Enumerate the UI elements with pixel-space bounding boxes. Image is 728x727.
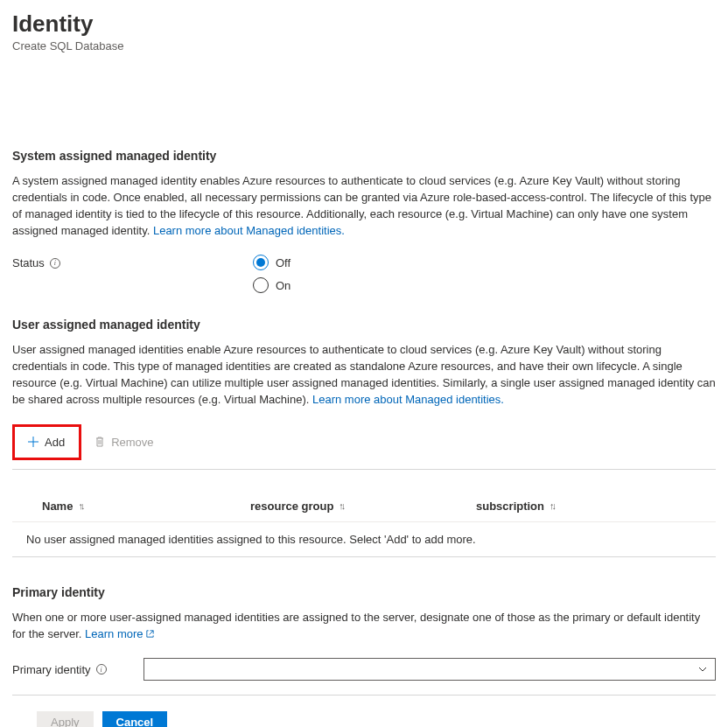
page-subtitle: Create SQL Database <box>12 39 716 52</box>
trash-icon <box>94 436 106 448</box>
identities-table: Name↑↓ resource group↑↓ subscription↑↓ N… <box>12 493 716 557</box>
radio-unchecked-icon <box>253 277 269 293</box>
table-header: Name↑↓ resource group↑↓ subscription↑↓ <box>12 493 716 522</box>
system-identity-description: A system assigned managed identity enabl… <box>12 173 716 239</box>
status-radio-group: Off On <box>253 255 290 293</box>
add-button[interactable]: Add <box>20 432 72 452</box>
remove-button: Remove <box>87 432 160 452</box>
apply-button: Apply <box>37 711 94 727</box>
primary-identity-heading: Primary identity <box>12 585 716 599</box>
add-button-highlight: Add <box>12 424 81 460</box>
user-learn-more-link[interactable]: Learn more about Managed identities. <box>312 393 504 406</box>
table-empty-message: No user assigned managed identities assi… <box>12 522 716 556</box>
primary-learn-more-link[interactable]: Learn more <box>85 627 154 640</box>
system-learn-more-link[interactable]: Learn more about Managed identities. <box>153 224 345 237</box>
status-label: Status i <box>12 255 253 269</box>
sort-icon: ↑↓ <box>550 500 554 511</box>
status-off-radio[interactable]: Off <box>253 255 290 270</box>
identity-toolbar: Add Remove <box>12 424 716 470</box>
chevron-down-icon <box>697 664 708 675</box>
page-title: Identity <box>12 10 716 38</box>
plus-icon <box>27 436 39 448</box>
primary-identity-select[interactable] <box>144 658 716 681</box>
sort-icon: ↑↓ <box>339 500 343 511</box>
info-icon[interactable]: i <box>96 664 107 675</box>
primary-identity-label: Primary identity i <box>12 663 144 676</box>
info-icon[interactable]: i <box>50 258 60 269</box>
column-name[interactable]: Name↑↓ <box>42 500 250 513</box>
sort-icon: ↑↓ <box>78 500 82 511</box>
user-identity-heading: User assigned managed identity <box>12 318 716 332</box>
user-identity-description: User assigned managed identities enable … <box>12 342 716 408</box>
radio-checked-icon <box>253 255 269 270</box>
status-on-radio[interactable]: On <box>253 277 290 293</box>
primary-identity-description: When one or more user-assigned managed i… <box>12 610 716 643</box>
system-identity-heading: System assigned managed identity <box>12 149 716 163</box>
column-subscription[interactable]: subscription↑↓ <box>476 500 716 513</box>
external-link-icon <box>145 629 155 639</box>
cancel-button[interactable]: Cancel <box>102 711 168 727</box>
footer-actions: Apply Cancel <box>12 701 716 727</box>
column-resource-group[interactable]: resource group↑↓ <box>250 500 476 513</box>
